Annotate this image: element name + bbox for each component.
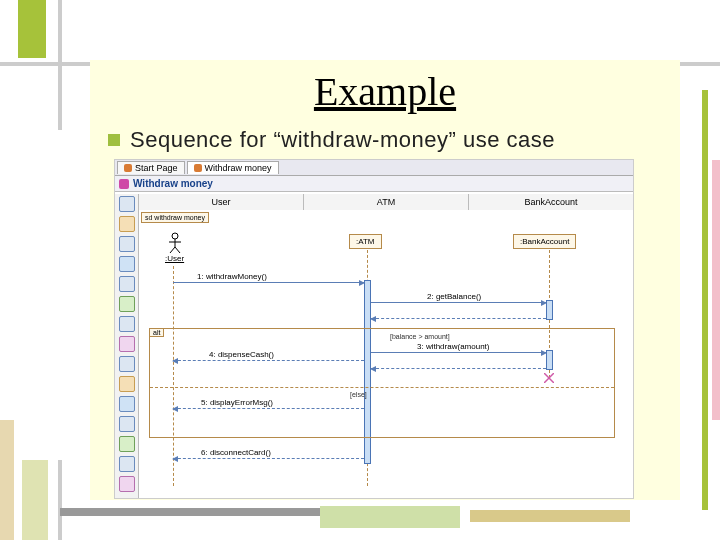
svg-point-0 — [172, 233, 178, 239]
actor-label: :User — [165, 254, 184, 263]
msg-2-arrow[interactable] — [371, 302, 546, 303]
object-bankaccount[interactable]: :BankAccount — [513, 234, 576, 249]
alt-fragment[interactable]: alt [balance > amount] [else] — [149, 328, 615, 438]
tab-label: Withdraw money — [205, 163, 272, 173]
msg-4-label: 4: dispenseCash() — [209, 350, 274, 359]
palette-tool[interactable] — [119, 376, 135, 392]
tab-withdraw-money[interactable]: Withdraw money — [187, 161, 279, 174]
svg-line-4 — [175, 247, 180, 253]
msg-6-arrow[interactable] — [173, 458, 364, 459]
bullet-icon — [108, 134, 120, 146]
uml-tool-screenshot: Start Page Withdraw money Withdraw money — [114, 159, 634, 499]
editor-tabs: Start Page Withdraw money — [115, 160, 633, 176]
alt-divider — [150, 387, 614, 388]
msg-2-return[interactable] — [371, 318, 546, 319]
msg-3-label: 3: withdraw(amount) — [417, 342, 489, 351]
palette-tool[interactable] — [119, 316, 135, 332]
palette-tool[interactable] — [119, 416, 135, 432]
palette-tool[interactable] — [119, 456, 135, 472]
tab-icon — [124, 164, 132, 172]
msg-4-arrow[interactable] — [173, 360, 364, 361]
msg-1-label: 1: withdrawMoney() — [197, 272, 267, 281]
col-atm: ATM — [304, 194, 469, 210]
actor-user[interactable]: :User — [165, 232, 184, 263]
bullet-row: Sequence for “withdraw-money” use case — [108, 127, 662, 153]
msg-3-arrow[interactable] — [371, 352, 546, 353]
palette-tool[interactable] — [119, 256, 135, 272]
svg-line-3 — [170, 247, 175, 253]
palette-tool[interactable] — [119, 196, 135, 212]
diagram-canvas[interactable]: User ATM BankAccount sd withdraw money :… — [139, 194, 633, 498]
slide-title: Example — [108, 68, 662, 115]
palette-tool[interactable] — [119, 356, 135, 372]
tab-label: Start Page — [135, 163, 178, 173]
diagram-name: Withdraw money — [133, 178, 213, 189]
msg-1-arrow[interactable] — [173, 282, 364, 283]
diagram-icon — [119, 179, 129, 189]
alt-guard-true: [balance > amount] — [390, 333, 450, 340]
destroy-icon — [544, 373, 554, 383]
palette-tool[interactable] — [119, 216, 135, 232]
palette-tool[interactable] — [119, 436, 135, 452]
object-label: :ATM — [356, 237, 375, 246]
sd-frame-label: sd withdraw money — [141, 212, 209, 223]
msg-2-label: 2: getBalance() — [427, 292, 481, 301]
person-icon — [167, 232, 183, 254]
alt-guard-else: [else] — [350, 391, 367, 398]
col-bankaccount: BankAccount — [469, 194, 633, 210]
tab-start-page[interactable]: Start Page — [117, 161, 185, 174]
msg-5-arrow[interactable] — [173, 408, 364, 409]
sequence-diagram: sd withdraw money :User :ATM — [139, 210, 633, 498]
palette-tool[interactable] — [119, 296, 135, 312]
swimlane-headers: User ATM BankAccount — [139, 194, 633, 210]
palette-tool[interactable] — [119, 336, 135, 352]
tab-icon — [194, 164, 202, 172]
palette-tool[interactable] — [119, 276, 135, 292]
msg-6-label: 6: disconnectCard() — [201, 448, 271, 457]
bullet-text: Sequence for “withdraw-money” use case — [130, 127, 555, 153]
palette-tool[interactable] — [119, 476, 135, 492]
diagram-subheader: Withdraw money — [115, 176, 633, 192]
slide-body: Example Sequence for “withdraw-money” us… — [90, 60, 680, 500]
object-atm[interactable]: :ATM — [349, 234, 382, 249]
tool-palette — [115, 194, 139, 498]
object-label: :BankAccount — [520, 237, 569, 246]
col-user: User — [139, 194, 304, 210]
msg-3-return[interactable] — [371, 368, 546, 369]
activation-bank-1 — [546, 300, 553, 320]
msg-5-label: 5: displayErrorMsg() — [201, 398, 273, 407]
palette-tool[interactable] — [119, 236, 135, 252]
alt-operator-label: alt — [149, 328, 164, 337]
palette-tool[interactable] — [119, 396, 135, 412]
